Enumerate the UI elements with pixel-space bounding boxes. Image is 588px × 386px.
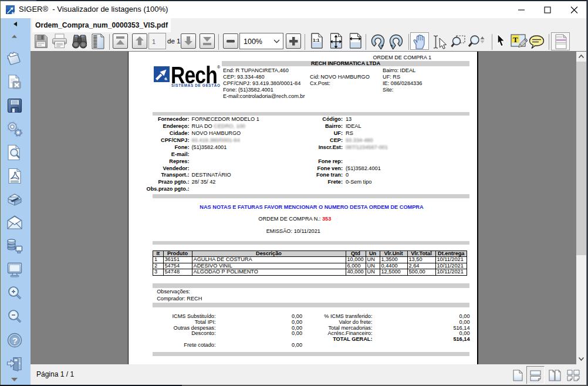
svg-text:?: ? — [12, 336, 18, 346]
svg-text:1:1: 1:1 — [313, 38, 320, 43]
svg-text:T: T — [513, 35, 518, 44]
